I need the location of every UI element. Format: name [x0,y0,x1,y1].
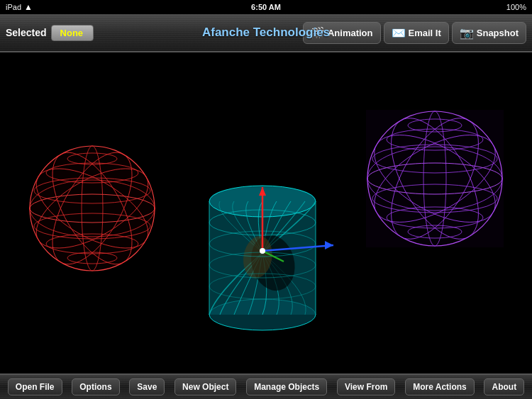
animation-label: Animation [328,28,373,38]
svg-rect-33 [366,110,504,247]
open-file-button[interactable]: Open File [8,378,62,395]
email-label: Email It [409,28,441,38]
save-button[interactable]: Save [129,378,165,395]
app-title: Afanche Technologies [202,26,330,40]
top-toolbar: Selected None Afanche Technologies 🎬 Ani… [0,14,532,52]
snapshot-icon: 📷 [460,26,474,40]
device-label: iPad [6,3,21,11]
options-button[interactable]: Options [72,378,119,395]
toolbar-right: 🎬 Animation ✉️ Email It 📷 Snapshot [303,22,526,44]
view-from-button[interactable]: View From [337,378,395,395]
svg-point-47 [260,248,265,254]
selected-area: Selected None [6,25,94,41]
bottom-toolbar: Open File Options Save New Object Manage… [0,373,532,399]
canvas-area[interactable] [0,52,532,373]
wifi-icon: ▲ [24,2,33,12]
snapshot-label: Snapshot [477,28,519,38]
snapshot-button[interactable]: 📷 Snapshot [452,22,526,44]
battery-percent: 100% [506,3,526,11]
email-icon: ✉️ [392,26,406,40]
selected-label: Selected [6,27,47,38]
more-actions-button[interactable]: More Actions [405,378,475,395]
email-button[interactable]: ✉️ Email It [384,22,449,44]
status-bar: iPad ▲ 6:50 AM 100% [0,0,532,14]
manage-objects-button[interactable]: Manage Objects [246,378,327,395]
about-button[interactable]: About [484,378,524,395]
new-object-button[interactable]: New Object [174,378,236,395]
scene-svg [0,52,532,373]
clock: 6:50 AM [251,3,281,11]
selected-value: None [51,25,94,41]
